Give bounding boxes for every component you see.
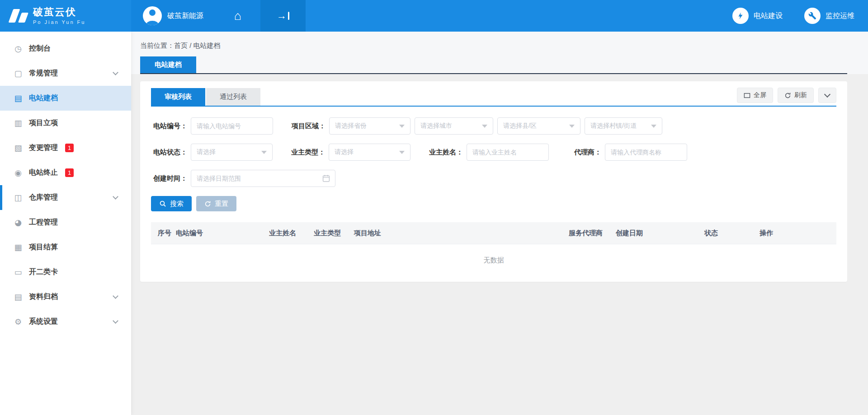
sidebar-item-station-terminate[interactable]: ◉ 电站终止 1 [0,160,131,185]
town-select[interactable]: 请选择村镇/街道 [585,117,662,135]
table-header: 序号 电站编号 业主姓名 业主类型 项目地址 服务代理商 创建日期 状态 操作 [151,222,836,244]
breadcrumb: 当前位置：首页 / 电站建档 [140,32,847,50]
chevron-down-icon [113,194,118,200]
logo-text: 破茧云伏 Po Jian Yun Fu [33,7,85,24]
sidebar-item-label: 常规管理 [29,69,58,78]
terminate-icon: ◉ [13,168,24,177]
avatar [143,6,162,25]
home-button[interactable]: ⌂ [215,0,260,32]
reset-button[interactable]: 重置 [196,196,236,211]
company-name: 破茧新能源 [167,11,203,21]
city-select[interactable]: 请选择城市 [415,117,493,135]
select-placeholder: 请选择 [197,148,216,156]
date-range-input[interactable] [191,170,335,187]
content-area: 审核列表 通过列表 全屏 刷新 [131,74,868,282]
notification-badge: 1 [65,144,74,152]
column-header: 电站编号 [176,229,269,238]
results-table: 序号 电站编号 业主姓名 业主类型 项目地址 服务代理商 创建日期 状态 操作 … [151,222,836,269]
dashboard-icon: ◷ [13,44,24,53]
warehouse-icon: ◫ [13,193,24,202]
breadcrumb-current: 电站建档 [193,42,221,49]
filter-owner-type: 业主类型： 请选择 [289,144,410,161]
select-placeholder: 请选择村镇/街道 [590,122,637,130]
logout-icon: → [277,10,289,22]
refresh-button[interactable]: 刷新 [778,88,814,103]
sidebar-item-label: 开二类卡 [29,267,58,277]
sidebar-item-data-archive[interactable]: ▤ 资料归档 [0,284,131,309]
sidebar-item-label: 项目结算 [29,242,58,252]
lightning-icon [732,8,749,24]
caret-down-icon [482,125,487,128]
select-placeholder: 请选择城市 [420,122,452,130]
refresh-icon [784,92,791,99]
chevron-down-icon [113,293,118,299]
tab-review-list[interactable]: 审核列表 [151,88,205,106]
user-section[interactable]: 破茧新能源 [131,0,215,32]
fullscreen-icon [744,92,750,99]
chevron-down-icon [113,318,118,324]
document-icon: ▤ [13,93,24,103]
change-icon: ▧ [13,143,24,153]
nav-monitor-ops[interactable]: 监控运维 [793,0,868,32]
nav-label: 电站建设 [754,11,783,21]
date-range-field [191,170,335,187]
sidebar-item-project-initiation[interactable]: ▥ 项目立项 [0,111,131,135]
main-content: 当前位置：首页 / 电站建档 电站建档 审核列表 通过列表 全屏 [131,32,868,415]
sidebar-item-project-settlement[interactable]: ▦ 项目结算 [0,235,131,260]
select-placeholder: 请选择省份 [335,122,367,130]
column-header: 序号 [158,229,176,238]
sidebar-item-general-mgmt[interactable]: ▢ 常规管理 [0,61,131,86]
logout-button[interactable]: → [260,0,306,32]
agent-input[interactable] [605,144,687,161]
sidebar-item-open-card[interactable]: ▭ 开二类卡 [0,260,131,284]
project-icon: ▥ [13,118,24,128]
filter-create-time: 创建时间： [151,170,335,187]
logo[interactable]: 破茧云伏 Po Jian Yun Fu [0,0,131,32]
chevron-down-icon [824,91,830,98]
column-header: 业主类型 [314,229,354,238]
station-status-select[interactable]: 请选择 [191,144,273,161]
breadcrumb-home[interactable]: 首页 [174,42,188,49]
chevron-down-icon [113,70,118,75]
filter-row: 电站状态： 请选择 业主类型： 请选择 业主 [151,144,836,161]
tab-passed-list[interactable]: 通过列表 [206,88,260,106]
action-buttons: 搜索 重置 [151,196,836,211]
gear-icon: ⚙ [13,317,24,326]
county-select[interactable]: 请选择县/区 [497,117,580,135]
caret-down-icon [399,125,405,128]
select-placeholder: 请选择县/区 [503,122,537,130]
fullscreen-button[interactable]: 全屏 [737,88,773,103]
filter-station-no: 电站编号： [151,117,273,135]
nav-station-build[interactable]: 电站建设 [722,0,793,32]
sidebar-item-console[interactable]: ◷ 控制台 [0,36,131,61]
filter-owner-name: 业主姓名： [427,144,549,161]
sidebar-item-change-mgmt[interactable]: ▧ 变更管理 1 [0,135,131,160]
home-icon: ⌂ [234,9,241,23]
search-button[interactable]: 搜索 [151,196,192,211]
sidebar-item-station-archive[interactable]: ▤ 电站建档 [0,86,131,111]
logo-bar-icon [18,13,28,23]
breadcrumb-separator: / [188,42,193,49]
fullscreen-label: 全屏 [754,91,766,99]
filter-row: 创建时间： [151,170,836,187]
province-select[interactable]: 请选择省份 [329,117,410,135]
sidebar-item-system-settings[interactable]: ⚙ 系统设置 [0,309,131,334]
sidebar-item-label: 变更管理 [29,143,58,153]
logo-icon [11,9,27,23]
filter-label: 创建时间： [151,174,187,183]
sidebar-item-label: 项目立项 [29,118,58,128]
column-header: 业主姓名 [269,229,314,238]
sidebar-item-warehouse-mgmt[interactable]: ◫ 仓库管理 [0,185,131,210]
page-tab-station-archive[interactable]: 电站建档 [140,56,196,73]
archive-icon: ▤ [13,292,24,302]
filter-panel: 电站编号： 项目区域： 请选择省份 请选择城市 [151,117,836,187]
settlement-icon: ▦ [13,242,24,252]
owner-type-select[interactable]: 请选择 [329,144,410,161]
collapse-button[interactable] [818,88,836,103]
sidebar-item-engineering-mgmt[interactable]: ◕ 工程管理 [0,210,131,235]
owner-name-input[interactable] [467,144,549,161]
sidebar-item-label: 资料归档 [29,292,58,302]
sidebar: ◷ 控制台 ▢ 常规管理 ▤ 电站建档 ▥ 项目立项 ▧ 变更管理 1 ◉ 电站… [0,32,131,415]
station-no-input[interactable] [191,117,273,135]
logo-title: 破茧云伏 [33,7,85,18]
